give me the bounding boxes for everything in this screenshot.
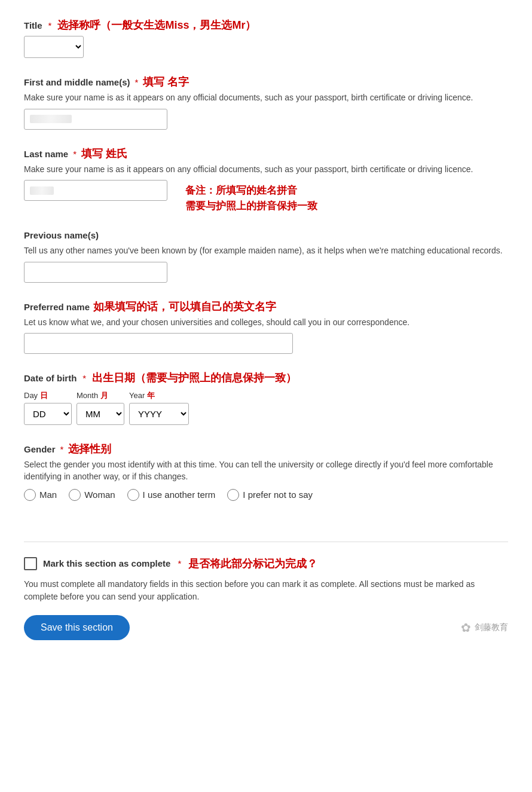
- footer-row: Save this section ✿ 剑藤教育: [24, 615, 508, 640]
- previous-name-field-group: Previous name(s) Tell us any other names…: [24, 230, 508, 283]
- gender-hint: Select the gender you most identify with…: [24, 459, 508, 482]
- spacer: [24, 518, 508, 536]
- gender-required: *: [60, 444, 64, 454]
- dob-fields: Day 日 DD 0102030405 0607080910 111213141…: [24, 390, 508, 425]
- gender-option-woman[interactable]: Woman: [69, 489, 115, 501]
- first-name-input[interactable]: [24, 109, 167, 130]
- last-name-left: [24, 180, 167, 201]
- mark-complete-annotation: 是否将此部分标记为完成？: [188, 556, 317, 571]
- dob-month-label: Month 月: [77, 390, 108, 401]
- dob-year-select[interactable]: YYYY 2008200720062005 2004200320022001 2…: [129, 403, 189, 425]
- gender-label: Gender: [24, 444, 56, 454]
- preferred-name-input[interactable]: [24, 333, 293, 354]
- preferred-name-label: Preferred name: [24, 302, 90, 312]
- last-name-label: Last name: [24, 149, 68, 159]
- dob-month-select[interactable]: MM 0102030405 0607080910 1112: [77, 403, 124, 425]
- gender-option-another[interactable]: I use another term: [127, 489, 216, 501]
- brand-icon: ✿: [461, 620, 471, 635]
- previous-name-label: Previous name(s): [24, 230, 99, 240]
- last-name-input[interactable]: [24, 180, 167, 201]
- last-name-section: 备注：所填写的姓名拼音 需要与护照上的拼音保持一致: [24, 180, 508, 213]
- last-name-note: 备注：所填写的姓名拼音 需要与护照上的拼音保持一致: [185, 180, 317, 213]
- first-name-annotation: 填写 名字: [143, 75, 189, 89]
- gender-radio-woman[interactable]: [69, 489, 81, 501]
- mark-complete-note: You must complete all mandatory fields i…: [24, 578, 508, 603]
- gender-radio-prefer-not[interactable]: [227, 489, 239, 501]
- gender-option-man[interactable]: Man: [24, 489, 57, 501]
- preferred-name-annotation: 如果填写的话，可以填自己的英文名字: [93, 299, 276, 314]
- title-select[interactable]: Mr Miss Mrs Ms Mx Dr: [24, 36, 84, 58]
- gender-label-man: Man: [39, 490, 57, 500]
- dob-label: Date of birth: [24, 373, 77, 383]
- brand-logo: ✿ 剑藤教育: [461, 620, 508, 635]
- mark-complete-required: *: [178, 558, 181, 568]
- gender-option-prefer-not[interactable]: I prefer not to say: [227, 489, 313, 501]
- mark-complete-section: Mark this section as complete * 是否将此部分标记…: [24, 542, 508, 640]
- gender-radio-man[interactable]: [24, 489, 36, 501]
- first-name-input-wrapper: [24, 109, 508, 130]
- title-label: Title: [24, 20, 42, 30]
- mark-complete-row: Mark this section as complete * 是否将此部分标记…: [24, 556, 508, 571]
- gender-radio-group: Man Woman I use another term I prefer no…: [24, 489, 508, 501]
- gender-label-another: I use another term: [143, 490, 216, 500]
- last-name-annotation: 填写 姓氏: [81, 146, 127, 161]
- gender-label-woman: Woman: [84, 490, 115, 500]
- dob-field-group: Date of birth * 出生日期（需要与护照上的信息保持一致） Day …: [24, 371, 508, 425]
- preferred-name-field-group: Preferred name 如果填写的话，可以填自己的英文名字 Let us …: [24, 299, 508, 354]
- last-name-input-wrapper: [24, 180, 167, 201]
- title-annotation: 选择称呼（一般女生选Miss，男生选Mr）: [57, 18, 256, 32]
- dob-month-unit: Month 月 MM 0102030405 0607080910 1112: [77, 390, 124, 425]
- dob-day-label: Day 日: [24, 390, 48, 401]
- gender-label-prefer-not: I prefer not to say: [243, 490, 313, 500]
- first-name-field-group: First and middle name(s) * 填写 名字 Make su…: [24, 75, 508, 130]
- gender-radio-another[interactable]: [127, 489, 139, 501]
- previous-name-input[interactable]: [24, 262, 167, 283]
- first-name-hint: Make sure your name is as it appears on …: [24, 92, 508, 104]
- preferred-name-hint: Let us know what we, and your chosen uni…: [24, 317, 508, 329]
- title-field-group: Title * 选择称呼（一般女生选Miss，男生选Mr） Mr Miss Mr…: [24, 18, 508, 58]
- brand-text: 剑藤教育: [475, 622, 508, 633]
- title-required: *: [48, 20, 52, 30]
- previous-name-hint: Tell us any other names you've been know…: [24, 245, 508, 257]
- last-name-note-line2: 需要与护照上的拼音保持一致: [185, 198, 317, 214]
- mark-complete-checkbox[interactable]: [24, 557, 37, 570]
- mark-complete-label: Mark this section as complete: [43, 558, 170, 568]
- first-name-label: First and middle name(s): [24, 77, 130, 87]
- dob-day-unit: Day 日 DD 0102030405 0607080910 111213141…: [24, 390, 72, 425]
- dob-required: *: [82, 373, 86, 383]
- gender-annotation: 选择性别: [68, 442, 111, 456]
- last-name-note-line1: 备注：所填写的姓名拼音: [185, 183, 317, 198]
- dob-day-select[interactable]: DD 0102030405 0607080910 1112131415 1617…: [24, 403, 72, 425]
- dob-year-unit: Year 年 YYYY 2008200720062005 20042003200…: [129, 390, 189, 425]
- first-name-required: *: [135, 77, 139, 87]
- last-name-required: *: [73, 149, 77, 159]
- save-button[interactable]: Save this section: [24, 615, 130, 640]
- last-name-hint: Make sure your name is as it appears on …: [24, 164, 508, 176]
- last-name-field-group: Last name * 填写 姓氏 Make sure your name is…: [24, 146, 508, 214]
- gender-field-group: Gender * 选择性别 Select the gender you most…: [24, 442, 508, 500]
- dob-annotation: 出生日期（需要与护照上的信息保持一致）: [92, 371, 296, 385]
- dob-year-label: Year 年: [129, 390, 155, 401]
